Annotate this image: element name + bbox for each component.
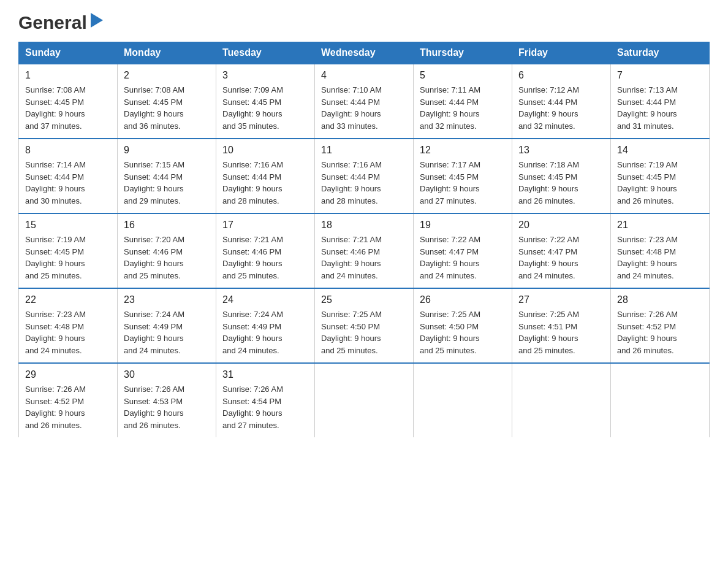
day-number: 20 [518,218,604,232]
day-number: 8 [25,143,111,158]
day-info: Sunrise: 7:21 AMSunset: 4:46 PMDaylight:… [222,235,283,280]
calendar-cell: 30 Sunrise: 7:26 AMSunset: 4:53 PMDaylig… [118,363,216,437]
calendar-cell: 3 Sunrise: 7:09 AMSunset: 4:45 PMDayligh… [216,64,315,139]
logo: General [18,12,105,31]
day-info: Sunrise: 7:26 AMSunset: 4:52 PMDaylight:… [617,310,678,355]
day-number: 6 [518,68,604,83]
calendar-cell: 9 Sunrise: 7:15 AMSunset: 4:44 PMDayligh… [118,139,216,213]
calendar-cell: 7 Sunrise: 7:13 AMSunset: 4:44 PMDayligh… [611,64,710,139]
day-number: 1 [25,68,111,83]
day-info: Sunrise: 7:14 AMSunset: 4:44 PMDaylight:… [25,160,86,205]
calendar-cell: 14 Sunrise: 7:19 AMSunset: 4:45 PMDaylig… [611,139,710,213]
day-number: 21 [617,218,703,232]
day-number: 27 [518,293,604,307]
svg-marker-0 [91,13,103,28]
day-info: Sunrise: 7:13 AMSunset: 4:44 PMDaylight:… [617,85,678,131]
day-info: Sunrise: 7:22 AMSunset: 4:47 PMDaylight:… [518,235,579,280]
day-info: Sunrise: 7:26 AMSunset: 4:53 PMDaylight:… [124,385,184,430]
day-info: Sunrise: 7:10 AMSunset: 4:44 PMDaylight:… [321,85,382,131]
calendar-cell: 25 Sunrise: 7:25 AMSunset: 4:50 PMDaylig… [315,288,414,363]
day-number: 10 [222,143,308,158]
day-info: Sunrise: 7:24 AMSunset: 4:49 PMDaylight:… [222,310,283,355]
day-info: Sunrise: 7:11 AMSunset: 4:44 PMDaylight:… [420,85,480,131]
day-number: 16 [124,218,210,232]
day-info: Sunrise: 7:08 AMSunset: 4:45 PMDaylight:… [25,85,86,131]
day-header-wednesday: Wednesday [315,42,414,64]
day-info: Sunrise: 7:25 AMSunset: 4:50 PMDaylight:… [321,310,382,355]
calendar-cell: 21 Sunrise: 7:23 AMSunset: 4:48 PMDaylig… [611,213,710,288]
day-number: 2 [124,68,210,83]
day-info: Sunrise: 7:26 AMSunset: 4:54 PMDaylight:… [222,385,283,430]
day-number: 15 [25,218,111,232]
day-info: Sunrise: 7:23 AMSunset: 4:48 PMDaylight:… [617,235,678,280]
day-info: Sunrise: 7:22 AMSunset: 4:47 PMDaylight:… [420,235,480,280]
day-info: Sunrise: 7:25 AMSunset: 4:50 PMDaylight:… [420,310,480,355]
day-info: Sunrise: 7:17 AMSunset: 4:45 PMDaylight:… [420,160,480,205]
day-number: 14 [617,143,703,158]
day-info: Sunrise: 7:09 AMSunset: 4:45 PMDaylight:… [222,85,283,131]
calendar-cell [414,363,512,437]
day-number: 24 [222,293,308,307]
day-info: Sunrise: 7:26 AMSunset: 4:52 PMDaylight:… [25,385,86,430]
day-info: Sunrise: 7:19 AMSunset: 4:45 PMDaylight:… [25,235,86,280]
calendar-cell: 19 Sunrise: 7:22 AMSunset: 4:47 PMDaylig… [414,213,512,288]
calendar-cell: 12 Sunrise: 7:17 AMSunset: 4:45 PMDaylig… [414,139,512,213]
day-header-sunday: Sunday [19,42,118,64]
day-number: 13 [518,143,604,158]
day-info: Sunrise: 7:25 AMSunset: 4:51 PMDaylight:… [518,310,579,355]
day-info: Sunrise: 7:21 AMSunset: 4:46 PMDaylight:… [321,235,382,280]
calendar-header-row: SundayMondayTuesdayWednesdayThursdayFrid… [19,42,710,64]
calendar-cell: 26 Sunrise: 7:25 AMSunset: 4:50 PMDaylig… [414,288,512,363]
logo-triangle-icon [88,13,105,30]
calendar-cell: 8 Sunrise: 7:14 AMSunset: 4:44 PMDayligh… [19,139,118,213]
calendar-cell: 18 Sunrise: 7:21 AMSunset: 4:46 PMDaylig… [315,213,414,288]
day-info: Sunrise: 7:23 AMSunset: 4:48 PMDaylight:… [25,310,86,355]
day-number: 9 [124,143,210,158]
day-number: 19 [420,218,506,232]
calendar-cell: 20 Sunrise: 7:22 AMSunset: 4:47 PMDaylig… [512,213,611,288]
day-number: 28 [617,293,703,307]
day-number: 4 [321,68,407,83]
day-info: Sunrise: 7:15 AMSunset: 4:44 PMDaylight:… [124,160,184,205]
day-info: Sunrise: 7:16 AMSunset: 4:44 PMDaylight:… [321,160,382,205]
calendar-week-row: 15 Sunrise: 7:19 AMSunset: 4:45 PMDaylig… [19,213,710,288]
day-info: Sunrise: 7:24 AMSunset: 4:49 PMDaylight:… [124,310,184,355]
day-number: 17 [222,218,308,232]
day-number: 29 [25,367,111,382]
calendar-table: SundayMondayTuesdayWednesdayThursdayFrid… [18,42,710,437]
calendar-cell [315,363,414,437]
day-header-tuesday: Tuesday [216,42,315,64]
calendar-cell: 24 Sunrise: 7:24 AMSunset: 4:49 PMDaylig… [216,288,315,363]
day-info: Sunrise: 7:20 AMSunset: 4:46 PMDaylight:… [124,235,184,280]
day-number: 11 [321,143,407,158]
calendar-cell: 23 Sunrise: 7:24 AMSunset: 4:49 PMDaylig… [118,288,216,363]
day-info: Sunrise: 7:08 AMSunset: 4:45 PMDaylight:… [124,85,184,131]
day-number: 3 [222,68,308,83]
day-number: 25 [321,293,407,307]
day-header-friday: Friday [512,42,611,64]
day-number: 18 [321,218,407,232]
day-number: 30 [124,367,210,382]
day-info: Sunrise: 7:12 AMSunset: 4:44 PMDaylight:… [518,85,579,131]
calendar-cell [611,363,710,437]
calendar-cell: 2 Sunrise: 7:08 AMSunset: 4:45 PMDayligh… [118,64,216,139]
calendar-cell: 17 Sunrise: 7:21 AMSunset: 4:46 PMDaylig… [216,213,315,288]
calendar-cell: 15 Sunrise: 7:19 AMSunset: 4:45 PMDaylig… [19,213,118,288]
day-header-saturday: Saturday [611,42,710,64]
calendar-week-row: 29 Sunrise: 7:26 AMSunset: 4:52 PMDaylig… [19,363,710,437]
logo-general-text: General [18,12,87,33]
calendar-cell: 1 Sunrise: 7:08 AMSunset: 4:45 PMDayligh… [19,64,118,139]
day-number: 12 [420,143,506,158]
day-header-thursday: Thursday [414,42,512,64]
day-number: 5 [420,68,506,83]
calendar-cell: 5 Sunrise: 7:11 AMSunset: 4:44 PMDayligh… [414,64,512,139]
calendar-week-row: 22 Sunrise: 7:23 AMSunset: 4:48 PMDaylig… [19,288,710,363]
calendar-cell: 16 Sunrise: 7:20 AMSunset: 4:46 PMDaylig… [118,213,216,288]
day-number: 31 [222,367,308,382]
day-number: 7 [617,68,703,83]
calendar-cell: 11 Sunrise: 7:16 AMSunset: 4:44 PMDaylig… [315,139,414,213]
page-header: General [18,12,710,31]
calendar-cell: 29 Sunrise: 7:26 AMSunset: 4:52 PMDaylig… [19,363,118,437]
calendar-cell: 6 Sunrise: 7:12 AMSunset: 4:44 PMDayligh… [512,64,611,139]
calendar-cell [512,363,611,437]
